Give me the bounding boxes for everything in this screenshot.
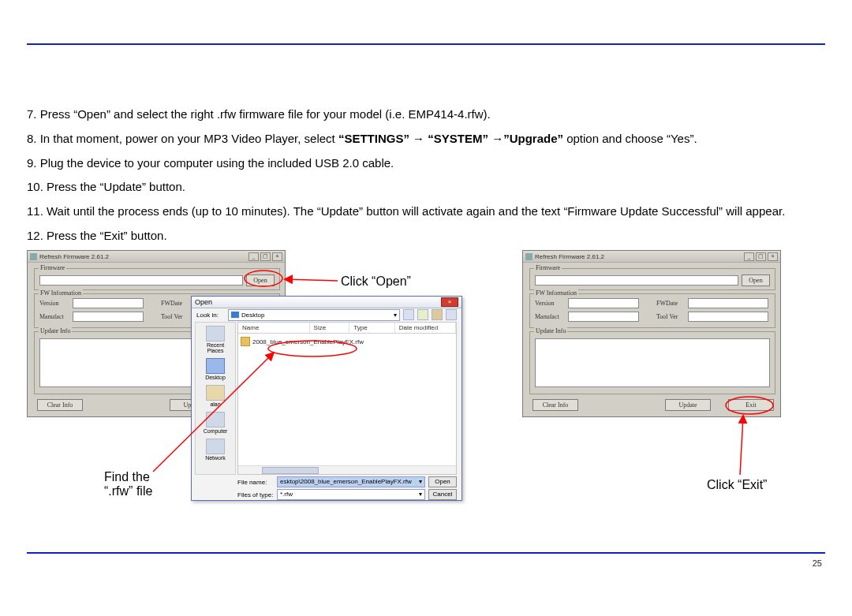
rule-top [27,43,825,45]
filetype-combo[interactable]: *.rfw▾ [277,489,425,500]
lbl-fwdate-r: FWDate [656,300,678,307]
side-computer[interactable]: Computer [198,412,233,434]
fwdate-input-r [688,298,768,308]
filename-label: File name: [237,479,277,486]
side-alan-label: alan [210,401,220,407]
page: 25 7. Press “Open” and select the right … [27,9,825,607]
update-button-r[interactable]: Update [665,399,711,411]
scr-right-titlebar: Refresh Firmware 2.61.2 _ ▢ × [523,251,780,263]
step-8: 8. In that moment, power on your MP3 Vid… [27,127,825,151]
scr-right-title: Refresh Firmware 2.61.2 [535,253,604,260]
filetype-label: Files of type: [237,491,277,498]
side-desktop[interactable]: Desktop [198,358,233,380]
step-12: 12. Press the “Exit” button. [27,224,825,248]
user-icon [206,385,225,401]
step-8-post: option and choose “Yes”. [563,132,697,145]
lbl-fwdate: FWDate [161,300,182,307]
open-dialog-close[interactable]: × [441,297,458,307]
file-row[interactable]: 2008_blue_emerson_EnablePlayFX.rfw [241,337,364,346]
newfolder-icon[interactable] [432,309,443,320]
side-computer-label: Computer [204,428,228,434]
close-button-r[interactable]: × [768,252,778,261]
toolver-input-r [688,312,768,322]
filetype-value: *.rfw [280,491,293,498]
open-button[interactable]: Open [246,274,275,286]
app-icon [30,253,37,260]
instructions: 7. Press “Open” and select the right .rf… [27,103,825,248]
svg-line-5 [740,416,743,475]
lbl-version-r: Version [535,300,554,307]
svg-line-1 [286,279,338,281]
lookin-combo[interactable]: Desktop ▾ [228,309,400,321]
views-icon[interactable] [446,309,457,320]
restore-button-r[interactable]: ▢ [756,252,766,261]
col-type[interactable]: Type [349,323,394,333]
lbl-toolver-r: Tool Ver [656,313,678,320]
close-button[interactable]: × [272,252,282,261]
group-updateinfo-label: Update Info [39,327,72,334]
back-icon[interactable] [403,309,414,320]
group-firmware: Firmware Open [34,268,280,290]
group-fwinfo-label-r: FW Information [534,289,578,297]
dialog-open-button[interactable]: Open [428,476,457,487]
callout-find-1: Find the [104,470,150,484]
side-desktop-label: Desktop [205,375,226,380]
firmware-path-input-r[interactable] [535,275,738,286]
scrollbar-thumb[interactable] [262,467,319,474]
side-recent[interactable]: Recent Places [198,326,233,353]
col-name[interactable]: Name [238,323,310,333]
col-date[interactable]: Date modified [395,323,456,333]
file-listing[interactable]: Name Size Type Date modified 2008_blue_e… [237,322,457,475]
window-buttons: _ ▢ × [248,252,282,261]
step-9: 9. Plug the device to your computer usin… [27,151,825,176]
scr-left-titlebar: Refresh Firmware 2.61.2 _ ▢ × [28,251,285,263]
open-button-r[interactable]: Open [742,274,770,286]
dialog-footer: File name: esktop\2008_blue_emerson_Enab… [237,476,457,497]
group-updateinfo-label-r: Update Info [534,327,567,334]
open-dialog-title: Open [195,298,212,306]
lbl-toolver: Tool Ver [161,313,183,320]
scr-left-title: Refresh Firmware 2.61.2 [39,253,109,260]
group-fwinfo-r: FW Information Version FWDate Manufact T… [529,293,775,328]
updateinfo-textarea-r [535,338,770,387]
group-fwinfo-label: FW Information [39,289,83,297]
file-icon [241,337,250,346]
group-firmware-label-r: Firmware [534,264,562,271]
min-button[interactable]: _ [248,252,259,261]
side-recent-label: Recent Places [207,342,224,353]
min-button-r[interactable]: _ [744,252,754,261]
desktop-icon [231,312,239,318]
scr-right: Refresh Firmware 2.61.2 _ ▢ × Firmware O… [522,250,781,417]
side-network[interactable]: Network [198,439,233,461]
version-input [73,298,144,308]
h-scrollbar[interactable] [238,465,456,474]
callout-open: Click “Open” [341,274,411,289]
step-10: 10. Press the “Update” button. [27,175,825,200]
dialog-cancel-button[interactable]: Cancel [428,489,457,500]
rule-bottom [27,552,825,554]
step-8-arr2: → [488,132,503,145]
filename-combo[interactable]: esktop\2008_blue_emerson_EnablePlayFX.rf… [277,476,425,487]
lbl-manufact-r: Manufact [535,313,559,320]
firmware-path-input[interactable] [39,275,243,286]
group-firmware-label: Firmware [39,264,66,271]
file-name: 2008_blue_emerson_EnablePlayFX.rfw [252,338,364,345]
step-8-pre: 8. In that moment, power on your MP3 Vid… [27,132,338,145]
step-7: 7. Press “Open” and select the right .rf… [27,103,825,127]
restore-button[interactable]: ▢ [260,252,271,261]
side-alan[interactable]: alan [198,385,233,407]
step-11: 11. Wait until the process ends (up to 1… [27,200,825,224]
filename-value: esktop\2008_blue_emerson_EnablePlayFX.rf… [280,478,412,485]
side-network-label: Network [205,455,226,461]
manufact-input-r [568,312,639,322]
step-8-b2: “SYSTEM” [428,132,488,145]
up-icon[interactable] [417,309,428,320]
clear-info-button-r[interactable]: Clear Info [532,399,578,411]
exit-button-r[interactable]: Exit [728,399,774,411]
col-size[interactable]: Size [310,323,350,333]
callout-exit: Click “Exit” [707,478,767,492]
clear-info-button[interactable]: Clear Info [37,399,83,411]
open-dialog-titlebar: Open × [192,297,462,308]
page-number: 25 [813,558,822,568]
open-dialog: Open × Look in: Desktop ▾ Recent Places … [191,296,462,501]
